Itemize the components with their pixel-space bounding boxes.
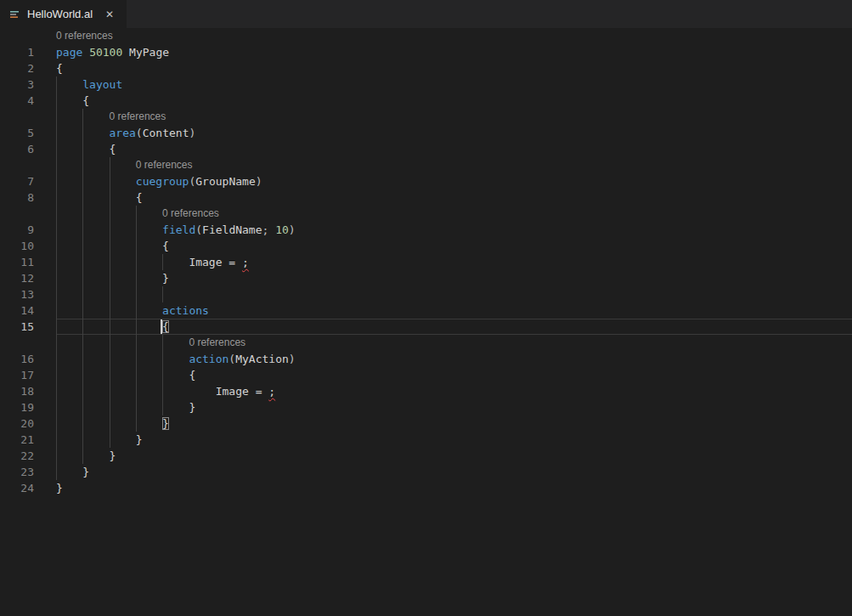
line-number[interactable]: 18 <box>0 383 34 399</box>
line-number[interactable]: 12 <box>0 270 34 286</box>
line-content[interactable]: page 50100 MyPage <box>56 44 852 60</box>
line-content[interactable]: { <box>56 189 852 206</box>
codelens-content[interactable]: 0 references <box>56 157 852 173</box>
code-token: { <box>162 240 169 252</box>
line-content[interactable]: } <box>56 464 852 480</box>
line-content[interactable]: { <box>56 141 852 157</box>
code-token: page <box>56 46 82 59</box>
code-token: { <box>82 94 89 107</box>
line-content[interactable]: action(MyAction) <box>56 351 852 367</box>
line-number[interactable]: 19 <box>0 399 34 415</box>
line-content[interactable]: } <box>56 480 852 496</box>
line-number[interactable]: 2 <box>0 60 34 76</box>
line-number[interactable]: 3 <box>0 76 34 93</box>
line-content[interactable]: Image = ; <box>56 254 852 270</box>
indent-guide <box>82 222 83 238</box>
code-text: action(MyAction) <box>189 351 295 367</box>
codelens-content[interactable]: 0 references <box>56 335 852 351</box>
line-number[interactable]: 11 <box>0 254 34 270</box>
line-content[interactable]: layout <box>56 76 852 93</box>
line-content[interactable]: } <box>56 432 852 448</box>
line-number <box>0 206 34 222</box>
code-text: { <box>162 319 169 335</box>
codelens-content[interactable]: 0 references <box>56 109 852 125</box>
line-content[interactable]: { <box>56 93 852 109</box>
line-number[interactable]: 23 <box>0 464 34 480</box>
line-number[interactable]: 16 <box>0 351 34 367</box>
references-codelens[interactable]: 0 references <box>110 109 166 125</box>
indent-guide <box>110 383 110 399</box>
line-number[interactable]: 21 <box>0 432 34 448</box>
line-content[interactable]: cuegroup(GroupName) <box>56 173 852 189</box>
references-codelens[interactable]: 0 references <box>136 157 193 173</box>
indent-guide <box>110 351 110 367</box>
indent-guide <box>162 286 163 302</box>
code-row: 20} <box>0 415 852 432</box>
code-text: cuegroup(GroupName) <box>136 173 262 189</box>
tab-helloworld-al[interactable]: HelloWorld.al ✕ <box>0 0 127 28</box>
code-text: field(FieldName; 10) <box>162 222 296 238</box>
indent-guide <box>136 351 137 367</box>
codelens-row: 0 references <box>0 206 852 222</box>
line-number <box>0 28 34 44</box>
line-number[interactable]: 20 <box>0 415 34 432</box>
line-content[interactable]: { <box>56 319 852 335</box>
code-row: 5area(Content) <box>0 125 852 141</box>
line-number[interactable]: 9 <box>0 222 34 238</box>
code-token: ( <box>229 353 235 365</box>
code-editor: 0 references1page 50100 MyPage2{3layout4… <box>0 28 852 616</box>
line-content[interactable]: actions <box>56 302 852 319</box>
line-number[interactable]: 13 <box>0 286 34 302</box>
line-content[interactable] <box>56 286 852 302</box>
indent-guide <box>82 157 83 173</box>
indent-guide <box>162 254 163 270</box>
line-number[interactable]: 4 <box>0 93 34 109</box>
code-text: } <box>56 480 63 496</box>
line-number[interactable]: 14 <box>0 302 34 319</box>
line-number[interactable]: 1 <box>0 44 34 60</box>
code-row: 11Image = ; <box>0 254 852 270</box>
line-content[interactable]: field(FieldName; 10) <box>56 222 852 238</box>
code-token: ( <box>195 223 202 236</box>
code-token: Content <box>143 127 189 139</box>
line-content[interactable]: } <box>56 448 852 464</box>
codelens-row: 0 references <box>0 109 852 125</box>
indent-guide <box>56 448 57 464</box>
line-content[interactable]: { <box>56 60 852 76</box>
line-number[interactable]: 15 <box>0 319 34 335</box>
line-content[interactable]: } <box>56 415 852 432</box>
codelens-content[interactable]: 0 references <box>56 28 852 44</box>
indent-guide <box>136 206 137 222</box>
code-token: field <box>162 223 195 236</box>
line-number[interactable]: 10 <box>0 238 34 254</box>
line-content[interactable]: } <box>56 270 852 286</box>
line-number[interactable]: 6 <box>0 141 34 157</box>
indent-guide <box>56 399 57 415</box>
code-text: Image = ; <box>216 383 275 399</box>
line-content[interactable]: } <box>56 399 852 415</box>
line-number[interactable]: 8 <box>0 189 34 206</box>
close-icon[interactable]: ✕ <box>101 6 118 23</box>
line-number[interactable]: 7 <box>0 173 34 189</box>
indent-guide <box>82 189 83 206</box>
line-number[interactable]: 22 <box>0 448 34 464</box>
indent-guide <box>56 464 57 480</box>
code-row: 21} <box>0 432 852 448</box>
line-number[interactable]: 24 <box>0 480 34 496</box>
line-number[interactable]: 5 <box>0 125 34 141</box>
indent-guide <box>56 238 57 254</box>
references-codelens[interactable]: 0 references <box>189 335 245 351</box>
al-file-icon <box>8 8 22 21</box>
line-content[interactable]: area(Content) <box>56 125 852 141</box>
references-codelens[interactable]: 0 references <box>162 206 219 222</box>
references-codelens[interactable]: 0 references <box>56 28 113 44</box>
line-content[interactable]: Image = ; <box>56 383 852 399</box>
line-number[interactable]: 17 <box>0 367 34 383</box>
codelens-content[interactable]: 0 references <box>56 206 852 222</box>
line-content[interactable]: { <box>56 367 852 383</box>
code-row: 24} <box>0 480 852 496</box>
indent-guide <box>82 351 83 367</box>
indent-guide <box>82 432 83 448</box>
indent-guide <box>110 399 110 415</box>
line-content[interactable]: { <box>56 238 852 254</box>
